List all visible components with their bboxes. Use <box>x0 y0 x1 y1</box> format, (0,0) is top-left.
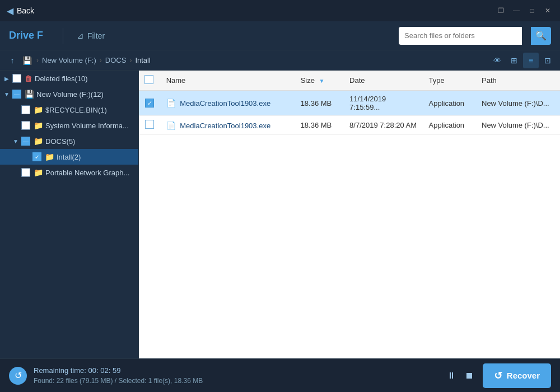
sidebar-checkbox-portnet[interactable] <box>21 168 30 177</box>
col-header-checkbox <box>139 71 161 91</box>
sidebar-item-sysvolinfo[interactable]: 📁 System Volume Informa... <box>0 118 138 133</box>
sidebar-label-srecycle: $RECYCLE.BIN(1) <box>45 106 107 114</box>
row-checkbox-cell: ✓ <box>139 91 161 116</box>
title-bar: ◀ Back ❐ — □ ✕ <box>0 0 560 21</box>
sidebar-checkbox-srecycle[interactable] <box>21 105 30 114</box>
filter-button[interactable]: ⊿ Filter <box>72 29 109 43</box>
file-list: Name Size ▼ Date Type Path ✓ 📄 MediaCrea… <box>139 71 560 358</box>
file-name-text: MediaCreationTool1903.exe <box>180 99 270 108</box>
view-grid-button[interactable]: ⊞ <box>506 53 522 68</box>
filter-icon: ⊿ <box>77 31 84 41</box>
sidebar-item-portnet[interactable]: 📁 Portable Network Graph... <box>0 165 138 180</box>
trash-icon: 🗑 <box>25 74 32 83</box>
header-bar: Drive F ⊿ Filter 🔍 <box>0 21 560 50</box>
file-table: Name Size ▼ Date Type Path ✓ 📄 MediaCrea… <box>139 71 560 135</box>
view-controls: 👁 ⊞ ≡ ⊡ <box>489 53 556 68</box>
table-header-row: Name Size ▼ Date Type Path <box>139 71 560 91</box>
close-button[interactable]: ✕ <box>542 5 553 16</box>
row-path: New Volume (F:)\D... <box>476 91 560 116</box>
sidebar-label-docs: DOCS(5) <box>45 137 75 146</box>
col-header-name[interactable]: Name <box>161 71 295 91</box>
row-checkbox-cell <box>139 116 161 135</box>
stop-button[interactable]: ⏹ <box>463 369 476 382</box>
sidebar-label-sysvolinfo: System Volume Informa... <box>45 122 129 130</box>
view-detail-button[interactable]: ⊡ <box>540 53 556 68</box>
file-icon: 📄 <box>166 99 176 108</box>
folder-icon-intall: 📁 <box>45 152 54 161</box>
table-row[interactable]: 📄 MediaCreationTool1903.exe 18.36 MB 8/7… <box>139 116 560 135</box>
expand-icon: ▶ <box>2 76 11 82</box>
restore-button[interactable]: ❐ <box>495 5 506 16</box>
sidebar-item-srecycle[interactable]: 📁 $RECYCLE.BIN(1) <box>0 102 138 118</box>
recover-button[interactable]: ↺ Recover <box>483 363 551 388</box>
sidebar-checkbox-sysvolinfo[interactable] <box>21 121 30 130</box>
search-input[interactable] <box>399 27 522 45</box>
view-list-button[interactable]: ≡ <box>523 53 539 68</box>
folder-icon-sv: 📁 <box>34 121 43 130</box>
search-button[interactable]: 🔍 <box>531 27 551 45</box>
drive-breadcrumb-icon: 💾 <box>22 56 32 65</box>
back-label: Back <box>17 6 34 15</box>
row-date: 8/7/2019 7:28:20 AM <box>344 116 423 135</box>
row-size: 18.36 MB <box>295 116 344 135</box>
expand-icon-docs: ▼ <box>11 138 20 144</box>
breadcrumb-bar: ↑ 💾 › New Volume (F:) › DOCS › Intall 👁 … <box>0 50 560 71</box>
row-type: Application <box>423 91 477 116</box>
breadcrumb-intall[interactable]: Intall <box>135 56 150 64</box>
pause-button[interactable]: ⏸ <box>445 369 458 382</box>
sidebar-item-intall[interactable]: ✓ 📁 Intall(2) <box>0 149 138 165</box>
sidebar-label-intall: Intall(2) <box>57 153 81 161</box>
media-controls: ⏸ ⏹ <box>445 369 476 382</box>
status-info: Remaining time: 00: 02: 59 Found: 22 fil… <box>34 366 438 385</box>
file-name-text: MediaCreationTool1903.exe <box>180 122 270 130</box>
sidebar-checkbox-deleted[interactable] <box>12 74 21 83</box>
view-preview-button[interactable]: 👁 <box>489 53 505 68</box>
folder-icon-docs: 📁 <box>34 137 43 146</box>
sidebar-checkbox-intall[interactable]: ✓ <box>32 152 41 161</box>
filter-label: Filter <box>87 31 105 40</box>
maximize-button[interactable]: □ <box>526 5 538 16</box>
row-name: 📄 MediaCreationTool1903.exe <box>161 116 295 135</box>
header-checkbox[interactable] <box>144 75 153 84</box>
row-date: 11/14/2019 7:15:59... <box>344 91 423 116</box>
file-table-body: ✓ 📄 MediaCreationTool1903.exe 18.36 MB 1… <box>139 91 560 135</box>
col-header-path: Path <box>476 71 560 91</box>
row-type: Application <box>423 116 477 135</box>
sort-icon-size: ▼ <box>319 78 325 84</box>
row-size: 18.36 MB <box>295 91 344 116</box>
main-content: ▶ 🗑 Deleted files(10) ▼ — 💾 New Volume (… <box>0 71 560 358</box>
recover-icon: ↺ <box>494 370 502 382</box>
col-header-size[interactable]: Size ▼ <box>295 71 344 91</box>
col-header-date: Date <box>344 71 423 91</box>
breadcrumb-docs[interactable]: DOCS <box>105 56 127 64</box>
header-divider <box>63 28 63 44</box>
search-box <box>399 27 522 45</box>
back-button[interactable]: ◀ Back <box>7 6 34 16</box>
sidebar-label-portnet: Portable Network Graph... <box>45 169 129 177</box>
drive-label: Drive F <box>9 30 54 41</box>
row-name: 📄 MediaCreationTool1903.exe <box>161 91 295 116</box>
sidebar-checkbox-docs[interactable]: — <box>21 137 30 146</box>
sidebar-label-newvolume: New Volume (F:)(12) <box>36 90 104 99</box>
row-path: New Volume (F:)\D... <box>476 116 560 135</box>
sidebar-item-newvolume[interactable]: ▼ — 💾 New Volume (F:)(12) <box>0 86 138 102</box>
table-row[interactable]: ✓ 📄 MediaCreationTool1903.exe 18.36 MB 1… <box>139 91 560 116</box>
sidebar: ▶ 🗑 Deleted files(10) ▼ — 💾 New Volume (… <box>0 71 139 358</box>
recover-label: Recover <box>507 371 540 380</box>
sidebar-item-docs[interactable]: ▼ — 📁 DOCS(5) <box>0 133 138 149</box>
sidebar-label-deleted: Deleted files(10) <box>35 74 88 83</box>
back-arrow-icon: ◀ <box>7 6 13 16</box>
minimize-button[interactable]: — <box>511 5 522 16</box>
row-checkbox[interactable] <box>145 120 154 129</box>
window-controls: ❐ — □ ✕ <box>495 5 553 16</box>
found-info: Found: 22 files (79.15 MB) / Selected: 1… <box>34 377 438 385</box>
remaining-time: Remaining time: 00: 02: 59 <box>34 366 438 375</box>
file-icon: 📄 <box>166 121 176 130</box>
breadcrumb-newvolume[interactable]: New Volume (F:) <box>42 56 96 64</box>
sidebar-checkbox-newvolume[interactable]: — <box>12 90 21 99</box>
drive-icon-nv: 💾 <box>25 90 34 99</box>
up-button[interactable]: ↑ <box>4 53 20 68</box>
scan-icon: ↺ <box>9 367 27 385</box>
row-checkbox[interactable]: ✓ <box>145 99 154 108</box>
sidebar-item-deleted[interactable]: ▶ 🗑 Deleted files(10) <box>0 71 138 86</box>
